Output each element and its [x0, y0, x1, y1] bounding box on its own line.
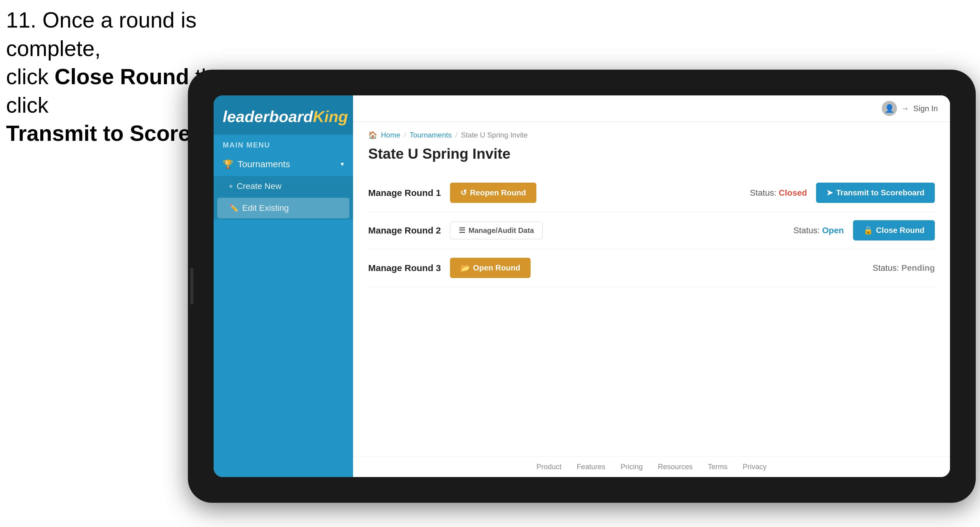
footer-features[interactable]: Features: [577, 462, 605, 471]
round-3-left: Manage Round 3 📂 Open Round: [368, 258, 531, 278]
transmit-icon: ➤: [826, 188, 833, 197]
round-2-status: Status: Open: [793, 225, 844, 235]
round-1-right: Status: Closed ➤ Transmit to Scoreboard: [750, 183, 935, 203]
top-bar: 👤 → Sign In: [353, 95, 950, 122]
breadcrumb: 🏠 Home / Tournaments / State U Spring In…: [368, 131, 935, 139]
edit-existing-label: Edit Existing: [242, 203, 289, 213]
reopen-round-label: Reopen Round: [470, 188, 526, 197]
chevron-down-icon: ▾: [340, 160, 344, 168]
footer-privacy[interactable]: Privacy: [743, 462, 767, 471]
trophy-icon: 🏆: [223, 159, 233, 169]
content-area: 🏠 Home / Tournaments / State U Spring In…: [353, 122, 950, 456]
transmit-scoreboard-button[interactable]: ➤ Transmit to Scoreboard: [816, 183, 935, 203]
sidebar-submenu: + Create New ✏️ Edit Existing: [214, 176, 353, 220]
breadcrumb-home-icon: 🏠: [368, 131, 377, 139]
page-title: State U Spring Invite: [368, 145, 935, 162]
round-3-status: Status: Pending: [873, 263, 935, 273]
breadcrumb-home[interactable]: Home: [381, 131, 400, 139]
logo-king: King: [313, 108, 348, 125]
tablet-device: leaderboardKing MAIN MENU 🏆 Tournaments …: [188, 70, 976, 503]
breadcrumb-current: State U Spring Invite: [461, 131, 528, 139]
edit-icon: ✏️: [229, 204, 239, 212]
round-2-left: Manage Round 2 ☰ Manage/Audit Data: [368, 222, 543, 239]
round-3-section: Manage Round 3 📂 Open Round Status: Pend…: [368, 249, 935, 287]
sidebar-item-create-new[interactable]: + Create New: [214, 176, 353, 197]
main-content: 👤 → Sign In 🏠 Home / Tournaments / Stat: [353, 95, 950, 477]
footer-pricing[interactable]: Pricing: [620, 462, 643, 471]
transmit-label: Transmit to Scoreboard: [836, 188, 924, 197]
round-2-title: Manage Round 2: [368, 225, 441, 236]
round-2-status-label: Status:: [793, 225, 820, 235]
round-2-section: Manage Round 2 ☰ Manage/Audit Data Statu…: [368, 212, 935, 249]
plus-icon: +: [229, 182, 233, 190]
app-container: leaderboardKing MAIN MENU 🏆 Tournaments …: [214, 95, 950, 477]
breadcrumb-sep2: /: [455, 131, 457, 139]
round-1-status: Status: Closed: [750, 188, 807, 198]
avatar: 👤: [882, 101, 897, 116]
manage-audit-button[interactable]: ☰ Manage/Audit Data: [450, 222, 543, 239]
sidebar-tournaments-label: Tournaments: [237, 159, 290, 169]
footer-product[interactable]: Product: [536, 462, 562, 471]
round-2-right: Status: Open 🔒 Close Round: [793, 220, 935, 240]
sign-in-area[interactable]: 👤 → Sign In: [882, 101, 938, 116]
logo-area: leaderboardKing: [214, 95, 353, 135]
manage-audit-label: Manage/Audit Data: [468, 226, 534, 235]
round-1-left: Manage Round 1 ↺ Reopen Round: [368, 183, 536, 203]
main-menu-label: MAIN MENU: [214, 135, 353, 152]
sign-in-text: Sign In: [913, 104, 938, 113]
round-2-status-value: Open: [822, 225, 844, 235]
round-1-title: Manage Round 1: [368, 188, 441, 198]
create-new-label: Create New: [237, 181, 282, 191]
sidebar-item-edit-existing[interactable]: ✏️ Edit Existing: [217, 198, 349, 218]
instruction-line1: 11. Once a round is complete,: [6, 6, 279, 63]
close-round-icon: 🔒: [863, 225, 873, 235]
logo: leaderboardKing: [223, 108, 344, 126]
open-round-icon: 📂: [460, 263, 470, 273]
tablet-screen: leaderboardKing MAIN MENU 🏆 Tournaments …: [214, 95, 950, 477]
breadcrumb-tournaments[interactable]: Tournaments: [410, 131, 452, 139]
close-round-label: Close Round: [876, 225, 924, 235]
round-3-title: Manage Round 3: [368, 263, 441, 273]
logo-leaderboard: leaderboard: [223, 108, 313, 125]
sidebar: leaderboardKing MAIN MENU 🏆 Tournaments …: [214, 95, 353, 477]
reopen-round-icon: ↺: [460, 188, 467, 197]
breadcrumb-sep1: /: [404, 131, 406, 139]
manage-audit-icon: ☰: [459, 226, 465, 235]
footer-terms[interactable]: Terms: [708, 462, 727, 471]
instruction-click: click: [6, 65, 54, 89]
open-round-button[interactable]: 📂 Open Round: [450, 258, 531, 278]
footer: Product Features Pricing Resources Terms…: [353, 456, 950, 477]
sign-in-label: →: [901, 104, 909, 113]
round-3-status-value: Pending: [902, 263, 935, 273]
round-1-status-label: Status:: [750, 188, 776, 197]
sidebar-item-tournaments[interactable]: 🏆 Tournaments ▾: [214, 152, 353, 176]
reopen-round-button[interactable]: ↺ Reopen Round: [450, 183, 536, 203]
round-3-right: Status: Pending: [873, 263, 935, 273]
open-round-label: Open Round: [473, 263, 520, 273]
round-1-section: Manage Round 1 ↺ Reopen Round Status: Cl…: [368, 174, 935, 212]
round-3-status-label: Status:: [873, 263, 899, 273]
round-1-status-value: Closed: [779, 188, 807, 197]
tablet-side-button: [190, 268, 193, 305]
footer-resources[interactable]: Resources: [658, 462, 693, 471]
close-round-button[interactable]: 🔒 Close Round: [853, 220, 935, 240]
instruction-bold1: Close Round: [54, 65, 189, 89]
